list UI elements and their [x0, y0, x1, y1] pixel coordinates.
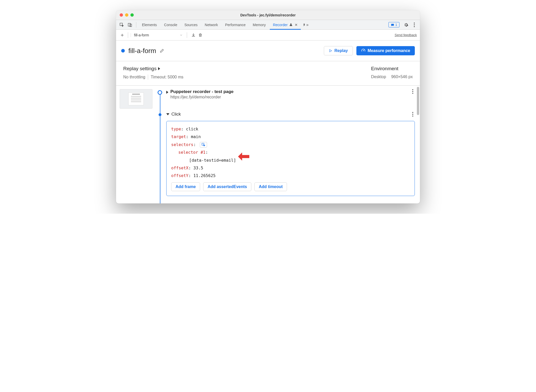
caret-right-icon[interactable] [166, 91, 168, 94]
edit-title-icon[interactable] [160, 48, 164, 53]
replay-settings-toggle[interactable]: Replay settings [123, 66, 183, 71]
add-timeout-button[interactable]: Add timeout [254, 182, 287, 191]
export-icon[interactable] [191, 33, 196, 37]
send-feedback-link[interactable]: Send feedback [395, 33, 417, 37]
issues-badge[interactable]: 1 [388, 22, 399, 27]
inspect-icon[interactable] [118, 21, 125, 28]
issues-count: 1 [395, 23, 397, 27]
caret-down-icon[interactable] [166, 113, 169, 115]
devtools-window: DevTools - jec.fyi/demo/recorder Element… [116, 10, 420, 203]
svg-rect-1 [128, 23, 130, 26]
type-value[interactable]: click [186, 127, 198, 131]
recording-name: fill-a-form [134, 33, 149, 37]
close-tab-icon[interactable]: ✕ [295, 23, 298, 27]
flask-icon [289, 23, 293, 26]
steps-panel: Puppeteer recorder - test page https://j… [116, 86, 420, 203]
add-frame-button[interactable]: Add frame [171, 182, 200, 191]
tab-recorder[interactable]: Recorder ✕ [270, 20, 301, 30]
kebab-menu-icon[interactable] [411, 21, 418, 28]
tab-network[interactable]: Network [202, 20, 221, 30]
divider [128, 32, 128, 38]
recording-selector[interactable]: fill-a-form [131, 33, 183, 37]
svg-rect-3 [391, 24, 394, 26]
step-marker-open [158, 90, 162, 95]
offsetx-value[interactable]: 33.5 [193, 166, 203, 170]
recorder-toolbar: ＋ fill-a-form Send feedback [116, 30, 420, 40]
tab-recorder-label: Recorder [273, 23, 288, 27]
more-tabs-icon[interactable]: » [302, 21, 309, 28]
tab-sources[interactable]: Sources [181, 20, 201, 30]
click-step-label: Click [171, 112, 181, 117]
selectors-key: selectors [171, 142, 193, 147]
step-click: Click type: click target: main selectors… [157, 112, 415, 196]
selector1-value[interactable]: [data-testid=email] [189, 158, 236, 163]
replay-label: Replay [334, 48, 348, 53]
timeout-value: Timeout: 5000 ms [151, 75, 183, 79]
device-value: Desktop [371, 75, 386, 79]
initial-step-url: https://jec.fyi/demo/recorder [170, 95, 234, 99]
step-marker-filled [159, 113, 161, 116]
initial-step-title: Puppeteer recorder - test page [170, 89, 234, 94]
timeline: Puppeteer recorder - test page https://j… [157, 89, 420, 203]
type-key: type [171, 127, 181, 131]
settings-row: Replay settings No throttling Timeout: 5… [116, 61, 420, 86]
target-value[interactable]: main [191, 134, 201, 139]
tab-elements[interactable]: Elements [139, 20, 160, 30]
close-window-button[interactable] [120, 13, 123, 17]
measure-performance-button[interactable]: Measure performance [356, 46, 415, 55]
annotation-arrow [238, 151, 250, 162]
delete-icon[interactable] [198, 33, 202, 37]
titlebar: DevTools - jec.fyi/demo/recorder [116, 10, 420, 20]
scrollbar[interactable] [417, 87, 419, 115]
step-menu-icon[interactable] [412, 112, 415, 117]
select-element-icon[interactable] [200, 142, 207, 148]
offsety-key: offsetY [171, 173, 188, 178]
selector1-key: selector #1 [178, 150, 205, 155]
add-asserted-events-button[interactable]: Add assertedEvents [203, 182, 251, 191]
recording-header: fill-a-form Replay Measure performance [116, 40, 420, 61]
offsetx-key: offsetX [171, 166, 188, 170]
environment-label: Environment [371, 66, 413, 71]
replay-settings-label: Replay settings [123, 66, 157, 71]
divider [136, 22, 136, 28]
step-initial: Puppeteer recorder - test page https://j… [157, 89, 415, 99]
new-recording-button[interactable]: ＋ [119, 32, 125, 38]
measure-label: Measure performance [368, 48, 410, 53]
divider [187, 32, 187, 38]
viewport-value: 960×546 px [391, 75, 413, 79]
recording-status-dot [121, 49, 125, 53]
tab-memory[interactable]: Memory [250, 20, 269, 30]
divider [148, 75, 148, 80]
device-toggle-icon[interactable] [126, 21, 133, 28]
throttling-value: No throttling [123, 75, 145, 79]
maximize-window-button[interactable] [130, 13, 134, 17]
chevron-down-icon [180, 34, 183, 37]
target-key: target [171, 134, 186, 139]
window-controls [116, 13, 134, 17]
window-title: DevTools - jec.fyi/demo/recorder [116, 13, 420, 17]
step-menu-icon[interactable] [412, 89, 415, 94]
step-details: type: click target: main selectors: sele… [166, 121, 415, 196]
page-thumbnail [120, 89, 152, 109]
minimize-window-button[interactable] [125, 13, 128, 17]
replay-button[interactable]: Replay [324, 46, 353, 55]
recording-title: fill-a-form [128, 47, 156, 55]
tab-console[interactable]: Console [161, 20, 180, 30]
tab-performance[interactable]: Performance [222, 20, 249, 30]
settings-gear-icon[interactable] [403, 21, 410, 28]
devtools-tabbar: Elements Console Sources Network Perform… [116, 20, 420, 30]
caret-right-icon [158, 67, 160, 70]
offsety-value[interactable]: 11.265625 [193, 173, 216, 178]
